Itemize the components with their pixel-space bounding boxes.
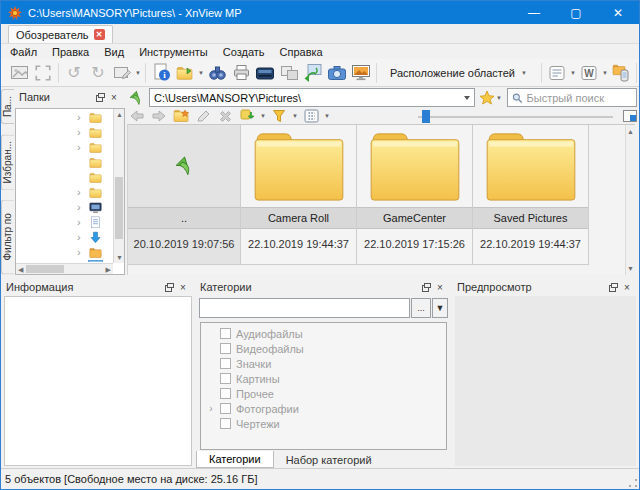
tree-item-documents[interactable]: › xyxy=(17,215,112,230)
layout-areas-button[interactable]: Расположение областей ▼ xyxy=(384,64,534,82)
tab-close-icon[interactable]: ✕ xyxy=(94,29,105,40)
rename-icon[interactable] xyxy=(193,108,213,124)
quick-search-box[interactable] xyxy=(507,88,637,107)
slideshow-icon[interactable] xyxy=(349,61,373,85)
file-item-parent[interactable]: .. 20.10.2019 19:07:56 xyxy=(128,125,241,265)
tab-browser[interactable]: Обозреватель ✕ xyxy=(8,25,113,43)
category-item-expandable[interactable]: ›Фотографии xyxy=(201,401,446,416)
preview-float-icon[interactable] xyxy=(606,281,620,294)
tab-category-sets[interactable]: Набор категорий xyxy=(274,451,384,468)
folder-tree[interactable]: › › › › › › › › › ▲ ▼ ◀ ▶ xyxy=(15,108,125,275)
close-button[interactable]: ✕ xyxy=(597,1,639,24)
side-tab-favorites[interactable]: Избран... xyxy=(1,134,14,190)
tree-vscroll-thumb[interactable] xyxy=(115,177,123,239)
compare-icon[interactable] xyxy=(277,61,301,85)
rotate-right-icon[interactable]: ↻ xyxy=(86,61,110,85)
tree-item-pictures-selected[interactable]: › xyxy=(17,260,112,262)
tree-item-folder[interactable] xyxy=(17,155,112,170)
view-image-icon[interactable] xyxy=(7,61,31,85)
tree-item-folder[interactable]: › xyxy=(17,125,112,140)
browser-vertical-scrollbar[interactable]: ▲ ▼ xyxy=(625,125,635,275)
preview-close-icon[interactable]: × xyxy=(620,281,634,294)
edit-dropdown-icon[interactable]: ▼ xyxy=(134,70,142,76)
info-close-icon[interactable]: × xyxy=(176,281,190,294)
batch-rename-icon[interactable] xyxy=(545,61,569,85)
up-one-level-icon[interactable] xyxy=(127,89,145,107)
open-dropdown-icon[interactable]: ▼ xyxy=(197,70,205,76)
slider-handle[interactable] xyxy=(422,110,430,123)
tree-item-desktop[interactable]: › xyxy=(17,245,112,260)
checkbox[interactable] xyxy=(220,388,231,399)
menu-tools[interactable]: Инструменты xyxy=(139,46,208,58)
tree-vertical-scrollbar[interactable]: ▲ ▼ xyxy=(113,109,124,263)
category-item[interactable]: Прочее xyxy=(201,386,446,401)
tree-item-folder[interactable]: › xyxy=(17,110,112,125)
tab-categories[interactable]: Категории xyxy=(196,451,274,468)
delete-icon[interactable] xyxy=(215,108,235,124)
folders-close-icon[interactable]: × xyxy=(107,91,121,104)
category-item[interactable]: Картины xyxy=(201,371,446,386)
print-icon[interactable] xyxy=(229,61,253,85)
sort-icon[interactable] xyxy=(237,108,257,124)
address-input[interactable] xyxy=(150,92,460,104)
pane-fit-icon[interactable] xyxy=(623,110,637,122)
menu-help[interactable]: Справка xyxy=(280,46,323,58)
tree-item-computer[interactable]: › xyxy=(17,200,112,215)
convert-icon[interactable] xyxy=(301,61,325,85)
transfer-icon[interactable] xyxy=(609,61,633,85)
category-item[interactable]: Аудиофайлы xyxy=(201,326,446,341)
thumbnail-size-slider[interactable] xyxy=(418,108,613,124)
fullscreen-icon[interactable] xyxy=(31,61,55,85)
checkbox[interactable] xyxy=(220,403,231,414)
capture-icon[interactable] xyxy=(325,61,349,85)
search-icon[interactable] xyxy=(205,61,229,85)
categories-float-icon[interactable] xyxy=(419,281,433,294)
folders-float-icon[interactable] xyxy=(93,91,107,104)
view-mode-icon[interactable] xyxy=(301,108,321,124)
rotate-left-icon[interactable]: ↺ xyxy=(62,61,86,85)
category-search-input[interactable] xyxy=(199,298,410,318)
checkbox[interactable] xyxy=(220,373,231,384)
category-item[interactable]: Чертежи xyxy=(201,416,446,431)
menu-view[interactable]: Вид xyxy=(104,46,124,58)
favorites-dropdown-icon[interactable]: ▼ xyxy=(495,95,503,101)
info-float-icon[interactable] xyxy=(162,281,176,294)
file-item-folder[interactable]: Saved Pictures 22.10.2019 19:44:37 xyxy=(473,125,589,265)
favorites-button[interactable]: ▼ xyxy=(479,90,503,105)
resize-grip[interactable] xyxy=(629,479,637,487)
batch-rename-dropdown-icon[interactable]: ▼ xyxy=(569,70,577,76)
web-icon[interactable]: W xyxy=(577,61,601,85)
sort-dropdown-icon[interactable]: ▼ xyxy=(259,113,267,119)
menu-edit[interactable]: Правка xyxy=(52,46,89,58)
forward-icon[interactable] xyxy=(149,108,169,124)
side-tab-category-filter[interactable]: Фильтр по категор... xyxy=(1,200,14,275)
back-icon[interactable] xyxy=(127,108,147,124)
new-folder-icon[interactable] xyxy=(171,108,191,124)
maximize-button[interactable]: ▢ xyxy=(555,1,597,24)
tree-hscroll-thumb[interactable] xyxy=(26,265,64,273)
address-combo[interactable] xyxy=(149,88,475,107)
quick-search-input[interactable] xyxy=(527,92,632,104)
menu-create[interactable]: Создать xyxy=(223,46,265,58)
file-item-folder[interactable]: GameCenter 22.10.2019 17:15:26 xyxy=(357,125,473,265)
web-dropdown-icon[interactable]: ▼ xyxy=(601,70,609,76)
side-tab-folders[interactable]: Па... xyxy=(1,89,14,124)
address-dropdown-icon[interactable] xyxy=(460,96,474,100)
checkbox[interactable] xyxy=(220,343,231,354)
menu-file[interactable]: Файл xyxy=(10,46,37,58)
filter-dropdown-icon[interactable]: ▼ xyxy=(291,113,299,119)
open-folder-icon[interactable] xyxy=(173,61,197,85)
tree-horizontal-scrollbar[interactable]: ◀ ▶ xyxy=(16,263,113,274)
minimize-button[interactable]: — xyxy=(513,1,555,24)
expander-icon[interactable]: › xyxy=(207,403,215,414)
category-browse-button[interactable]: ... xyxy=(411,298,431,318)
categories-close-icon[interactable]: × xyxy=(433,281,447,294)
tree-item-folder[interactable]: › xyxy=(17,185,112,200)
checkbox[interactable] xyxy=(220,358,231,369)
category-item[interactable]: Значки xyxy=(201,356,446,371)
view-mode-dropdown-icon[interactable]: ▼ xyxy=(323,113,331,119)
tree-item-downloads[interactable]: › xyxy=(17,230,112,245)
edit-image-icon[interactable] xyxy=(110,61,134,85)
category-item[interactable]: Видеофайлы xyxy=(201,341,446,356)
checkbox[interactable] xyxy=(220,328,231,339)
